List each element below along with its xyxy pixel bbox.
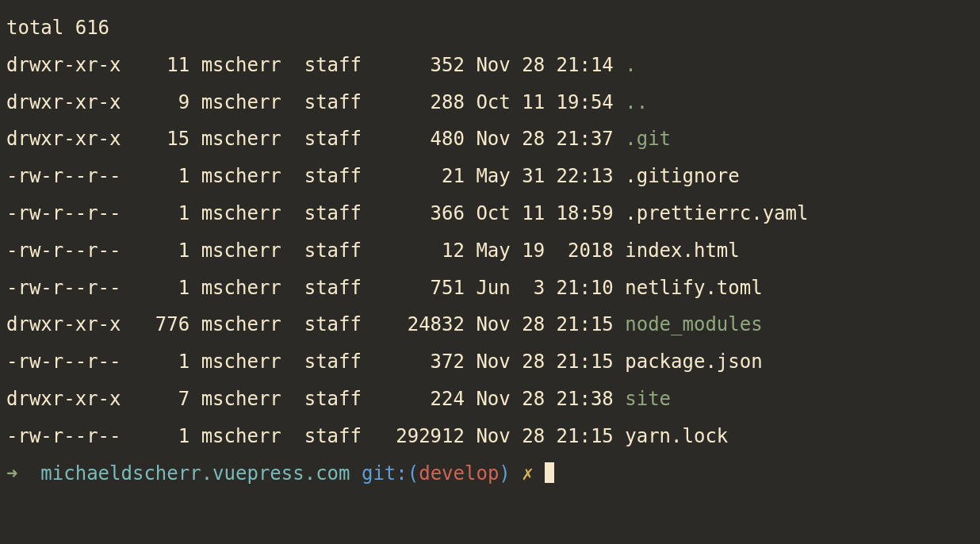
ls-row: drwxr-xr-x 776 mscherr staff 24832 Nov 2…: [6, 313, 763, 335]
ls-row: -rw-r--r-- 1 mscherr staff 12 May 19 201…: [6, 239, 740, 262]
file-name: .gitignore: [625, 165, 740, 187]
file-name: .: [625, 54, 636, 76]
file-name: site: [625, 388, 671, 410]
prompt-branch: develop: [419, 462, 499, 485]
ls-row: -rw-r--r-- 1 mscherr staff 751 Jun 3 21:…: [6, 277, 763, 299]
prompt-git-label: git:: [362, 462, 408, 485]
prompt-arrow-icon: ➜: [6, 462, 29, 485]
file-name: .prettierrc.yaml: [625, 202, 808, 224]
prompt-paren-open: (: [408, 462, 419, 485]
ls-row: -rw-r--r-- 1 mscherr staff 372 Nov 28 21…: [6, 351, 763, 373]
ls-row: -rw-r--r-- 1 mscherr staff 366 Oct 11 18…: [6, 202, 808, 224]
file-name: node_modules: [625, 313, 762, 335]
file-name: .git: [625, 128, 671, 150]
ls-row: drwxr-xr-x 11 mscherr staff 352 Nov 28 2…: [6, 54, 637, 76]
file-name: ..: [625, 91, 648, 113]
ls-row: -rw-r--r-- 1 mscherr staff 292912 Nov 28…: [6, 425, 728, 447]
ls-row: drwxr-xr-x 9 mscherr staff 288 Oct 11 19…: [6, 91, 648, 113]
prompt-paren-close: ): [499, 462, 510, 485]
file-name: index.html: [625, 239, 740, 262]
file-name: yarn.lock: [625, 425, 728, 447]
total-line: total 616: [6, 17, 109, 39]
ls-row: drwxr-xr-x 15 mscherr staff 480 Nov 28 2…: [6, 128, 671, 150]
cursor[interactable]: [545, 462, 554, 483]
prompt-path: michaeldscherr.vuepress.com: [40, 462, 350, 485]
prompt-dirty-icon: ✗: [522, 462, 533, 485]
file-name: netlify.toml: [625, 277, 762, 299]
ls-row: -rw-r--r-- 1 mscherr staff 21 May 31 22:…: [6, 165, 740, 187]
prompt-line[interactable]: ➜ michaeldscherr.vuepress.com git:(devel…: [6, 462, 554, 485]
ls-listing: drwxr-xr-x 11 mscherr staff 352 Nov 28 2…: [6, 47, 974, 455]
terminal-output[interactable]: total 616 drwxr-xr-x 11 mscherr staff 35…: [6, 10, 974, 492]
ls-row: drwxr-xr-x 7 mscherr staff 224 Nov 28 21…: [6, 388, 671, 410]
file-name: package.json: [625, 351, 762, 373]
